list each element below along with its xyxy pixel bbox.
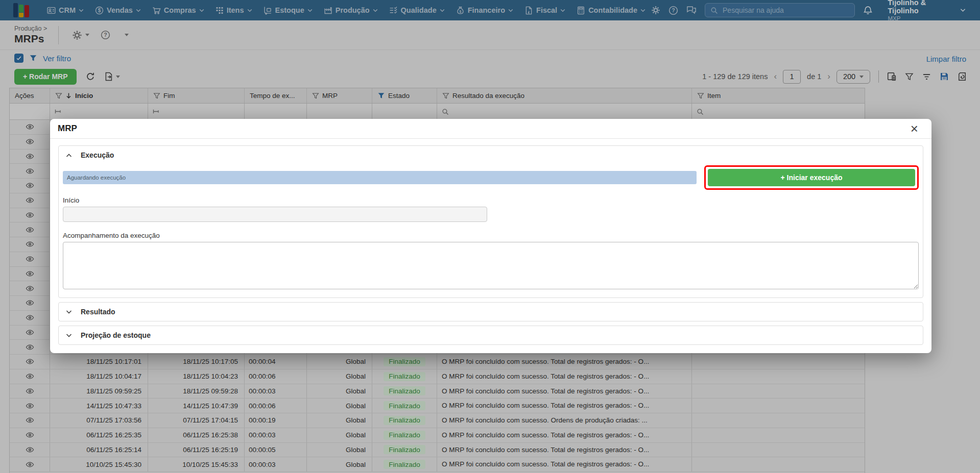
projecao-section-header[interactable]: Projeção de estoque — [59, 326, 923, 344]
projecao-panel: Projeção de estoque — [58, 326, 923, 345]
chevron-down-icon — [66, 310, 72, 314]
execucao-section-header[interactable]: Execução — [59, 146, 923, 164]
modal-title: MRP — [58, 123, 77, 134]
close-button[interactable]: × — [907, 122, 921, 135]
progress-status-text: Aguardando execução — [63, 175, 126, 181]
mrp-modal: MRP × Execução Aguardando execução + Ini… — [50, 119, 931, 353]
section-title: Projeção de estoque — [81, 331, 151, 339]
execution-progress-bar: Aguardando execução — [63, 171, 697, 184]
resultado-section-header[interactable]: Resultado — [59, 303, 923, 321]
acompanhamento-field-label: Acompanhamento da execução — [63, 232, 919, 239]
execucao-panel: Execução Aguardando execução + Iniciar e… — [58, 145, 923, 298]
acompanhamento-textarea[interactable] — [63, 242, 919, 289]
chevron-down-icon — [66, 333, 72, 338]
chevron-up-icon — [66, 153, 72, 158]
section-title: Execução — [81, 151, 114, 159]
inicio-field-input[interactable] — [63, 207, 487, 222]
resultado-panel: Resultado — [58, 302, 923, 321]
section-title: Resultado — [81, 308, 115, 316]
inicio-field-label: Início — [63, 196, 919, 204]
annotation-highlight-box: + Iniciar execução — [704, 165, 919, 190]
iniciar-execucao-button[interactable]: + Iniciar execução — [708, 169, 915, 186]
